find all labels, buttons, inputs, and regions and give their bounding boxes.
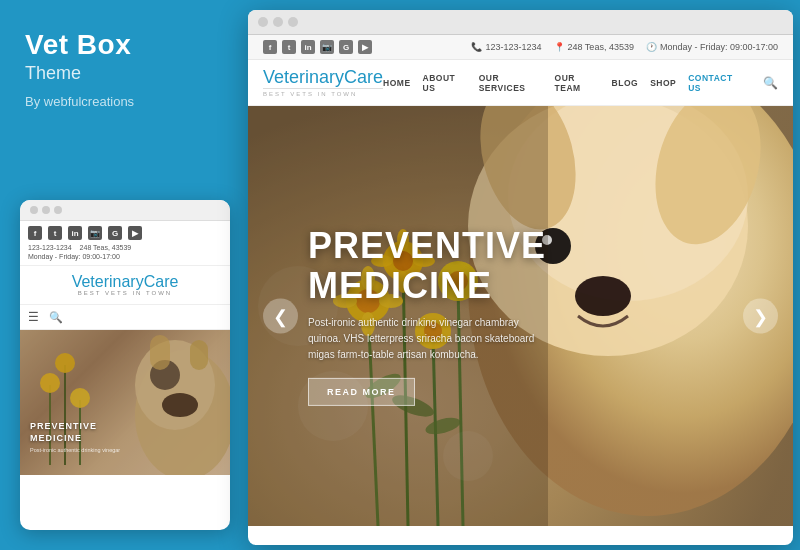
hero-cta-button[interactable]: READ MORE [308,378,415,406]
mobile-tagline: BEST VETS IN TOWN [28,290,222,296]
nav-home[interactable]: HOME [383,78,411,88]
mobile-address: 248 Teas, 43539 [80,244,132,251]
theme-title-block: Vet Box Theme By webfulcreations [25,30,220,109]
desktop-mockup: f t in 📷 G ▶ 📞 123-123-1234 📍 248 Teas, … [248,10,793,545]
hero-description: Post-ironic authentic drinking vinegar c… [308,315,548,363]
nav-about[interactable]: ABOUT US [423,73,467,93]
mobile-hero-title-line2: MEDICINE [30,433,120,445]
logo-main: Veterinary [263,67,344,87]
mobile-mockup: f t in 📷 G ▶ 123-123-1234 248 Teas, 4353… [20,200,230,530]
hamburger-icon[interactable]: ☰ [28,310,39,324]
hero-content: PREVENTIVE MEDICINE Post-ironic authenti… [308,226,548,406]
d-facebook-icon: f [263,40,277,54]
d-twitter-icon: t [282,40,296,54]
mobile-hours: Monday - Friday: 09:00-17:00 [28,253,222,260]
gplus-icon: G [108,226,122,240]
dot-1 [30,206,38,214]
mobile-nav-bar: ☰ 🔍 [20,305,230,330]
svg-point-18 [575,276,631,316]
instagram-icon: 📷 [88,226,102,240]
desktop-logo-tagline: BEST VETS IN TOWN [263,88,383,97]
theme-author: By webfulcreations [25,94,220,109]
mobile-top-info: f t in 📷 G ▶ 123-123-1234 248 Teas, 4353… [20,221,230,266]
d-instagram-icon: 📷 [320,40,334,54]
desktop-search-icon[interactable]: 🔍 [763,76,778,90]
left-arrow-icon: ❮ [273,305,288,327]
right-arrow-icon: ❯ [753,305,768,327]
youtube-icon: ▶ [128,226,142,240]
nav-shop[interactable]: SHOP [650,78,676,88]
left-panel: Vet Box Theme By webfulcreations f t in … [0,0,245,550]
nav-services[interactable]: OUR SERVICES [479,73,543,93]
location-icon: 📍 [554,42,565,52]
mobile-hero: PREVENTIVE MEDICINE Post-ironic authenti… [20,330,230,475]
theme-type: Theme [25,63,220,84]
d-youtube-icon: ▶ [358,40,372,54]
desktop-browser-bar [248,10,793,35]
mobile-phone: 123-123-1234 [28,244,72,251]
twitter-icon: t [48,226,62,240]
desktop-contact-row: 📞 123-123-1234 📍 248 Teas, 43539 🕐 Monda… [471,42,778,52]
desktop-social-row: f t in 📷 G ▶ [263,40,372,54]
facebook-icon: f [28,226,42,240]
desktop-dot-2 [273,17,283,27]
desktop-hours: 🕐 Monday - Friday: 09:00-17:00 [646,42,778,52]
desktop-address: 📍 248 Teas, 43539 [554,42,634,52]
mobile-hero-title-line1: PREVENTIVE [30,421,120,433]
clock-icon: 🕐 [646,42,657,52]
mobile-logo: VeterinaryCare BEST VETS IN TOWN [20,266,230,305]
desktop-logo-text: VeterinaryCare [263,68,383,86]
mobile-browser-bar [20,200,230,221]
hero-prev-arrow[interactable]: ❮ [263,299,298,334]
hero-title: PREVENTIVE MEDICINE [308,226,548,305]
logo-secondary: Care [344,67,383,87]
mobile-logo-secondary: Care [144,273,179,290]
linkedin-icon: in [68,226,82,240]
mobile-hero-text: PREVENTIVE MEDICINE Post-ironic authenti… [30,421,120,455]
d-gplus-icon: G [339,40,353,54]
hero-title-line1: PREVENTIVE [308,226,548,266]
dot-3 [54,206,62,214]
mobile-social-icons: f t in 📷 G ▶ [28,226,222,240]
mobile-logo-text: VeterinaryCare [28,274,222,290]
desktop-phone: 📞 123-123-1234 [471,42,541,52]
desktop-top-info: f t in 📷 G ▶ 📞 123-123-1234 📍 248 Teas, … [248,35,793,60]
hero-title-line2: MEDICINE [308,266,548,306]
phone-icon: 📞 [471,42,482,52]
mobile-logo-main: Veterinary [72,273,144,290]
hero-next-arrow[interactable]: ❯ [743,299,778,334]
desktop-nav-links: HOME ABOUT US OUR SERVICES OUR TEAM BLOG… [383,73,778,93]
nav-contact[interactable]: CONTACT US [688,73,743,93]
mobile-search-icon[interactable]: 🔍 [49,311,63,324]
nav-blog[interactable]: BLOG [612,78,639,88]
desktop-nav: VeterinaryCare BEST VETS IN TOWN HOME AB… [248,60,793,106]
mobile-contact-info: 123-123-1234 248 Teas, 43539 [28,244,222,251]
desktop-hero: PREVENTIVE MEDICINE Post-ironic authenti… [248,106,793,526]
mobile-hero-desc: Post-ironic authentic drinking vinegar [30,447,120,455]
dot-2 [42,206,50,214]
desktop-logo: VeterinaryCare BEST VETS IN TOWN [263,68,383,97]
theme-name: Vet Box [25,30,220,61]
d-linkedin-icon: in [301,40,315,54]
nav-team[interactable]: OUR TEAM [555,73,600,93]
hero-background: PREVENTIVE MEDICINE Post-ironic authenti… [248,106,793,526]
desktop-dot-3 [288,17,298,27]
desktop-dot-1 [258,17,268,27]
